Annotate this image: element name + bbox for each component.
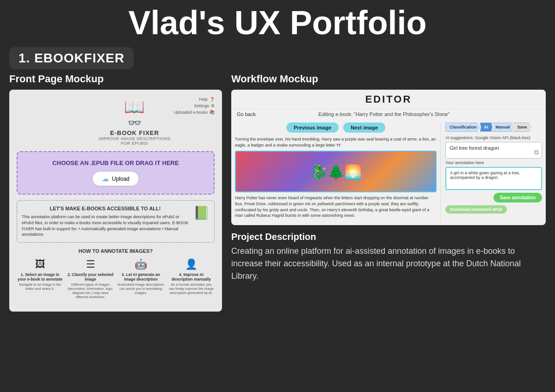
step-3: 🤖 3. Let AI generate an image descriptio… [117, 258, 164, 299]
steps-title: HOW TO ANNOTATE IMAGES? [17, 248, 215, 254]
help-icon: ❓ [210, 97, 215, 102]
annotation-textarea[interactable]: A girl in a white gown gazing at a tree,… [445, 167, 542, 190]
step-1: 🖼 1. Select an image in your e-book to a… [17, 258, 63, 299]
right-column: Workflow Mockup EDITOR Go back Editing e… [231, 73, 546, 312]
step2-icon: ☰ [67, 258, 114, 270]
book-text-1: Turning the envelope over, his hand trem… [235, 136, 437, 148]
left-col-heading: Front Page Mockup [9, 73, 222, 85]
settings-icon: ⚙ [211, 104, 215, 108]
project-desc-text: Creating an online platform for ai-assis… [231, 245, 546, 282]
step-save[interactable]: Save [513, 122, 531, 132]
editor-header: EDITOR [231, 90, 546, 110]
glasses-icon: 👓 [95, 116, 174, 129]
nav-help[interactable]: Help ❓ [174, 97, 215, 102]
page-header: Vlad's UX Portfolio [0, 0, 555, 43]
page-title: Vlad's UX Portfolio [9, 5, 546, 41]
info-box: LET'S MAKE E-BOOKS ACCESSIBLE TO ALL! Th… [17, 200, 215, 243]
editing-label: Editing e-book: "Harry Potter and the Ph… [319, 111, 450, 117]
step-classification[interactable]: Classification [445, 122, 481, 132]
book-icon: 📖 [95, 97, 174, 116]
ai-suggestions-label: AI suggestions: Google Vision API (black… [445, 135, 542, 140]
app-subtitle: IMPROVE IMAGE DESCRIPTIONS FOR EPUBS! [95, 136, 174, 146]
ai-tags-box: Girl tree forest dragon ⧉ [445, 142, 542, 159]
section-badge: 1. EBOOKFIXER [0, 43, 555, 73]
app-title: E-BOOK FIXER [95, 129, 174, 136]
front-page-mockup: 📖 👓 E-BOOK FIXER IMPROVE IMAGE DESCRIPTI… [9, 90, 222, 312]
next-image-button[interactable]: Next image [343, 122, 385, 133]
copy-icon[interactable]: ⧉ [534, 148, 539, 156]
ai-panel: Classification AI Manual Save AI suggest… [440, 122, 542, 221]
step-4: 👤 4. Improve AI description manually As … [168, 258, 215, 299]
nav-settings[interactable]: Settings ⚙ [174, 104, 215, 108]
workflow-steps: Classification AI Manual Save [445, 122, 542, 132]
image-nav-row: Previous image Next image [235, 122, 437, 133]
book-text-2: Harry Potter has never even heard of Hog… [235, 195, 437, 218]
project-desc-title: Project Description [231, 232, 546, 242]
upload-box[interactable]: CHOOSE AN .EPUB FILE OR DRAG IT HERE ☁ U… [17, 151, 215, 195]
fantasy-scene-icon: 🐉🌲🌅 [310, 164, 362, 180]
epub-icon: 📗 [193, 205, 210, 220]
go-back-button[interactable]: Go back [237, 111, 256, 117]
left-column: Front Page Mockup 📖 👓 E-BOOK FIXER IMPRO… [9, 73, 222, 312]
main-content: Front Page Mockup 📖 👓 E-BOOK FIXER IMPRO… [0, 73, 555, 321]
info-box-title: LET'S MAKE E-BOOKS ACCESSIBLE TO ALL! [22, 205, 189, 212]
step-ai[interactable]: AI [480, 122, 493, 132]
mockup-topbar: 📖 👓 E-BOOK FIXER IMPROVE IMAGE DESCRIPTI… [17, 97, 215, 146]
step3-icon: 🤖 [117, 258, 164, 270]
steps-section: HOW TO ANNOTATE IMAGES? 🖼 1. Select an i… [17, 248, 215, 299]
save-annotation-button[interactable]: Save annotation [493, 193, 542, 202]
editor-main: Previous image Next image Turning the en… [231, 119, 546, 225]
upload-title: CHOOSE AN .EPUB FILE OR DRAG IT HERE [25, 159, 206, 167]
right-col-heading: Workflow Mockup [231, 73, 546, 85]
step-manual[interactable]: Manual [492, 122, 514, 132]
workflow-mockup: EDITOR Go back Editing e-book: "Harry Po… [231, 90, 546, 225]
upload-button[interactable]: ☁ Upload [92, 171, 139, 186]
previous-image-button[interactable]: Previous image [286, 122, 339, 133]
step1-icon: 🖼 [17, 258, 63, 270]
mockup-nav: Help ❓ Settings ⚙ Uploaded e-books 📚 [174, 97, 215, 115]
cloud-icon: ☁ [102, 174, 109, 183]
info-box-text: LET'S MAKE E-BOOKS ACCESSIBLE TO ALL! Th… [22, 205, 189, 238]
book-image: 🐉🌲🌅 [235, 151, 437, 192]
book-content-area: Previous image Next image Turning the en… [235, 122, 440, 221]
steps-row: 🖼 1. Select an image in your e-book to a… [17, 258, 215, 299]
nav-uploaded[interactable]: Uploaded e-books 📚 [174, 110, 215, 115]
download-epub-button[interactable]: Download annotated ePub [445, 205, 507, 214]
editor-title: EDITOR [235, 93, 542, 105]
books-icon: 📚 [210, 110, 215, 115]
annotation-label: Your annotation here [445, 160, 542, 165]
step4-icon: 👤 [168, 258, 215, 270]
project-description: Project Description Creating an online p… [231, 232, 546, 282]
step-2: ☰ 2. Classify your selected image Differ… [67, 258, 114, 299]
mockup-logo: 📖 👓 E-BOOK FIXER IMPROVE IMAGE DESCRIPTI… [95, 97, 174, 146]
editor-nav: Go back Editing e-book: "Harry Potter an… [231, 110, 546, 119]
